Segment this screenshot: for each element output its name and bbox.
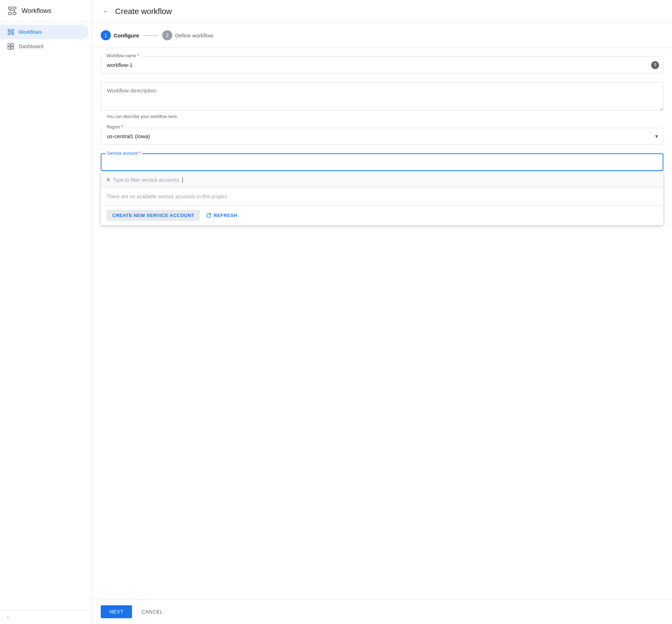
sidebar-item-workflows-label: Workflows <box>19 29 42 35</box>
dashboard-nav-icon <box>7 43 14 50</box>
step-1-number: 1 <box>104 32 107 38</box>
stepper: 1 Configure 2 Define workflow <box>92 23 672 48</box>
region-field: Region us-central1 (Iowa) us-east1 (Sout… <box>101 128 663 145</box>
step-2-number: 2 <box>166 32 169 38</box>
svg-rect-1 <box>13 7 16 9</box>
create-service-account-button[interactable]: CREATE NEW SERVICE ACCOUNT <box>106 210 200 221</box>
service-account-input[interactable] <box>101 154 663 170</box>
dropdown-actions: CREATE NEW SERVICE ACCOUNT REFRESH <box>101 205 663 225</box>
svg-rect-2 <box>9 13 12 15</box>
svg-rect-8 <box>12 30 14 31</box>
refresh-label: REFRESH <box>214 213 237 218</box>
workflow-description-hint: You can describe your workflow here. <box>101 114 663 119</box>
form-area: Workflow name ? You can describe your wo… <box>92 48 672 599</box>
cancel-button[interactable]: CANCEL <box>138 605 167 618</box>
step-2-label: Define workflow <box>175 32 213 39</box>
workflow-description-field: You can describe your workflow here. <box>101 82 663 119</box>
workflow-description-input[interactable] <box>101 82 663 111</box>
page-title: Create workflow <box>115 7 172 16</box>
back-icon: ← <box>102 7 109 15</box>
workflow-name-input-container: ? <box>101 56 663 73</box>
dropdown-empty-message: There are no available service accounts … <box>101 188 663 205</box>
step-1-label: Configure <box>114 32 139 39</box>
sidebar-nav: Workflows Dashboard <box>0 22 92 610</box>
workflows-logo-icon <box>7 6 17 16</box>
region-select[interactable]: us-central1 (Iowa) us-east1 (South Carol… <box>101 128 663 145</box>
workflow-name-input[interactable] <box>101 56 663 73</box>
next-button[interactable]: NEXT <box>101 605 132 618</box>
collapse-icon: ‹ <box>7 614 9 620</box>
sidebar-item-dashboard-label: Dashboard <box>19 44 44 49</box>
svg-rect-0 <box>9 7 12 9</box>
sidebar-item-workflows[interactable]: Workflows <box>0 25 89 39</box>
filter-placeholder-text: Type to filter service accounts <box>113 177 179 183</box>
service-account-field-group: Service account * ≡ Type to filter servi… <box>101 153 663 171</box>
svg-rect-16 <box>8 47 10 49</box>
filter-row: ≡ Type to filter service accounts <box>101 172 663 188</box>
filter-cursor <box>182 177 183 182</box>
svg-rect-9 <box>8 33 10 35</box>
workflows-nav-icon <box>7 28 14 36</box>
service-account-required-marker: * <box>139 151 141 156</box>
sidebar-item-dashboard[interactable]: Dashboard <box>0 39 89 54</box>
step-2-circle: 2 <box>162 30 172 40</box>
step-1: 1 Configure <box>101 30 139 40</box>
workflow-name-label: Workflow name <box>105 53 141 58</box>
svg-rect-10 <box>12 33 14 35</box>
sidebar: Workflows Workflows <box>0 0 92 624</box>
app-name: Workflows <box>22 7 51 15</box>
workflow-name-input-wrapper: Workflow name ? <box>101 56 663 73</box>
workflow-name-field: Workflow name ? <box>101 56 663 73</box>
footer: NEXT CANCEL <box>92 599 672 624</box>
step-1-circle: 1 <box>101 30 111 40</box>
svg-rect-14 <box>8 44 10 46</box>
service-account-dropdown: ≡ Type to filter service accounts There … <box>101 172 663 225</box>
topbar: ← Create workflow <box>92 0 672 23</box>
main-content: ← Create workflow 1 Configure 2 Define w… <box>92 0 672 624</box>
region-label: Region <box>105 125 124 130</box>
workflow-description-wrapper <box>101 82 663 112</box>
step-2: 2 Define workflow <box>162 30 213 40</box>
back-button[interactable]: ← <box>101 6 111 17</box>
svg-rect-17 <box>11 47 14 49</box>
filter-icon: ≡ <box>106 177 110 183</box>
service-account-field: Service account * <box>101 153 663 171</box>
refresh-icon <box>206 213 212 218</box>
svg-rect-3 <box>13 13 16 15</box>
sidebar-header: Workflows <box>0 0 92 22</box>
region-select-wrapper: us-central1 (Iowa) us-east1 (South Carol… <box>101 128 663 145</box>
refresh-button[interactable]: REFRESH <box>206 213 237 218</box>
region-input-wrapper: Region us-central1 (Iowa) us-east1 (Sout… <box>101 128 663 145</box>
help-icon[interactable]: ? <box>651 61 659 69</box>
svg-rect-7 <box>8 30 10 31</box>
step-divider <box>144 35 158 36</box>
svg-rect-15 <box>11 44 14 46</box>
sidebar-collapse-button[interactable]: ‹ <box>0 610 92 624</box>
service-account-label: Service account * <box>106 151 142 156</box>
